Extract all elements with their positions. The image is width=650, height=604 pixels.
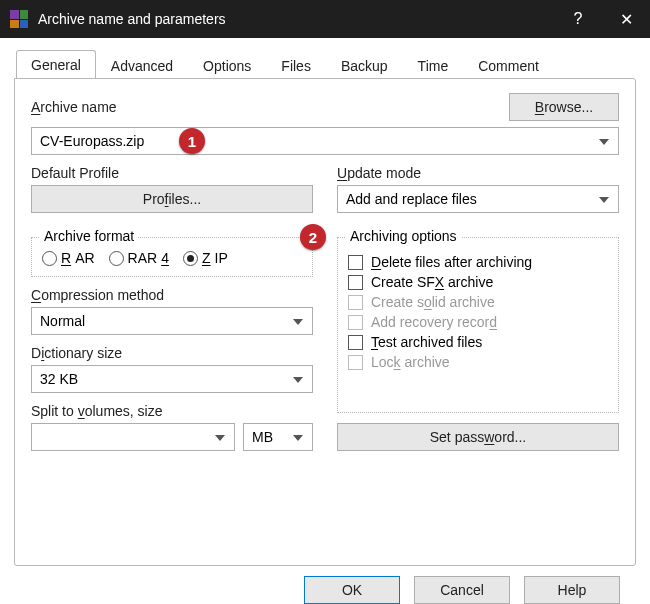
- format-zip-radio[interactable]: ZIP: [183, 250, 228, 266]
- archive-format-legend: Archive format: [40, 228, 138, 244]
- format-rar4-radio[interactable]: RAR4: [109, 250, 169, 266]
- archive-name-input[interactable]: CV-Europass.zip: [31, 127, 619, 155]
- split-label: Split to volumes, size: [31, 403, 313, 419]
- opt-lock-archive: Lock archive: [348, 354, 608, 370]
- archive-name-value: CV-Europass.zip: [40, 133, 144, 149]
- opt-create-sfx[interactable]: Create SFX archive: [348, 274, 608, 290]
- dialog-footer: OK Cancel Help: [14, 566, 636, 604]
- annotation-badge-1: 1: [179, 128, 205, 154]
- format-rar-radio[interactable]: RAR: [42, 250, 95, 266]
- left-column: Default Profile Profiles... Archive form…: [31, 165, 313, 451]
- title-bar: Archive name and parameters ? ✕: [0, 0, 650, 38]
- compression-method-select[interactable]: Normal: [31, 307, 313, 335]
- tab-options[interactable]: Options: [188, 51, 266, 79]
- default-profile-label: Default Profile: [31, 165, 313, 181]
- annotation-badge-2: 2: [300, 224, 326, 250]
- tab-backup[interactable]: Backup: [326, 51, 403, 79]
- opt-create-solid: Create solid archive: [348, 294, 608, 310]
- dictionary-size-select[interactable]: 32 KB: [31, 365, 313, 393]
- client-area: General Advanced Options Files Backup Ti…: [0, 38, 650, 604]
- tab-general[interactable]: General: [16, 50, 96, 79]
- help-icon[interactable]: ?: [554, 0, 602, 38]
- opt-add-recovery: Add recovery record: [348, 314, 608, 330]
- update-mode-select[interactable]: Add and replace files: [337, 185, 619, 213]
- opt-test-archived[interactable]: Test archived files: [348, 334, 608, 350]
- tab-comment[interactable]: Comment: [463, 51, 554, 79]
- right-column: Update mode Add and replace files Archiv…: [337, 165, 619, 451]
- dictionary-size-label: Dictionary size: [31, 345, 313, 361]
- archive-name-label: Archive name: [31, 99, 117, 115]
- app-icon: [10, 10, 28, 28]
- help-button[interactable]: Help: [524, 576, 620, 604]
- tab-strip: General Advanced Options Files Backup Ti…: [14, 48, 636, 78]
- update-mode-label: Update mode: [337, 165, 619, 181]
- browse-button[interactable]: Browse...: [509, 93, 619, 121]
- ok-button[interactable]: OK: [304, 576, 400, 604]
- archiving-options-legend: Archiving options: [346, 228, 461, 244]
- profiles-button[interactable]: Profiles...: [31, 185, 313, 213]
- split-size-input[interactable]: [31, 423, 235, 451]
- tab-files[interactable]: Files: [266, 51, 326, 79]
- opt-delete-after[interactable]: Delete files after archiving: [348, 254, 608, 270]
- window-title: Archive name and parameters: [38, 11, 554, 27]
- tab-panel-general: Archive name Browse... CV-Europass.zip 1…: [14, 78, 636, 566]
- set-password-button[interactable]: Set password...: [337, 423, 619, 451]
- tab-time[interactable]: Time: [403, 51, 464, 79]
- close-icon[interactable]: ✕: [602, 0, 650, 38]
- tab-advanced[interactable]: Advanced: [96, 51, 188, 79]
- split-unit-select[interactable]: MB: [243, 423, 313, 451]
- cancel-button[interactable]: Cancel: [414, 576, 510, 604]
- compression-method-label: Compression method: [31, 287, 313, 303]
